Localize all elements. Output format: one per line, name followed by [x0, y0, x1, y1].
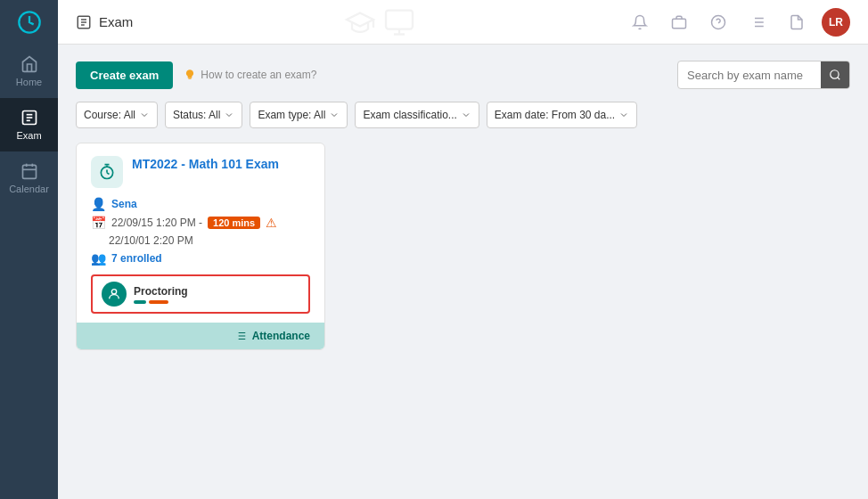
stopwatch-icon: [98, 163, 116, 181]
svg-line-30: [107, 173, 110, 175]
filter-exam-classification[interactable]: Exam classificatio...: [355, 102, 479, 128]
filter-course-label: Course: All: [84, 109, 135, 121]
exam-card-header: MT2022 - Math 101 Exam: [91, 156, 310, 188]
action-left: Create exam How to create an exam?: [76, 61, 316, 89]
sidebar-item-home[interactable]: Home: [0, 45, 58, 98]
filter-exam-type-chevron: [329, 110, 340, 120]
svg-line-27: [838, 78, 840, 80]
search-icon: [829, 69, 841, 81]
filter-status-label: Status: All: [173, 109, 220, 121]
proctoring-row[interactable]: Proctoring: [91, 274, 310, 314]
filter-status-chevron: [224, 110, 234, 120]
proctoring-icon: [102, 282, 127, 307]
proctoring-bars: [134, 300, 188, 304]
topbar-icons: LR: [626, 8, 850, 37]
sidebar-item-exam-label: Exam: [16, 130, 41, 141]
svg-point-33: [111, 290, 116, 294]
exam-instructor-row: 👤 Sena: [91, 197, 310, 211]
topbar-exam-icon: [76, 14, 92, 30]
sidebar-item-home-label: Home: [16, 77, 42, 87]
help-icon[interactable]: [704, 8, 733, 37]
search-submit-button[interactable]: [821, 61, 849, 89]
doc-icon[interactable]: [782, 8, 811, 37]
svg-rect-25: [189, 78, 192, 79]
topbar: Exam: [58, 0, 868, 45]
topbar-left: Exam: [76, 14, 133, 30]
exam-card-title[interactable]: MT2022 - Math 101 Exam: [132, 156, 279, 172]
exam-date-row: 📅 22/09/15 1:20 PM - 120 mins ⚠: [91, 216, 310, 230]
deco-computer-icon: [383, 6, 415, 38]
exam-card-body: MT2022 - Math 101 Exam 👤 Sena 📅 22/09/15…: [77, 143, 324, 323]
list-icon[interactable]: [743, 8, 772, 37]
filter-exam-date-chevron: [618, 110, 629, 120]
action-row: Create exam How to create an exam?: [76, 61, 850, 89]
bulb-icon: [184, 69, 196, 81]
person-icon: 👤: [91, 197, 106, 211]
filter-status[interactable]: Status: All: [165, 102, 242, 128]
filter-exam-type-label: Exam type: All: [258, 109, 325, 121]
filter-exam-type[interactable]: Exam type: All: [250, 102, 348, 128]
svg-rect-13: [386, 10, 413, 29]
svg-rect-5: [22, 165, 36, 178]
exam-instructor: Sena: [111, 198, 137, 210]
create-exam-button[interactable]: Create exam: [76, 61, 173, 89]
exam-card: MT2022 - Math 101 Exam 👤 Sena 📅 22/09/15…: [76, 143, 325, 350]
proctoring-info: Proctoring: [134, 285, 188, 304]
help-link-label: How to create an exam?: [201, 69, 316, 81]
bell-icon[interactable]: [626, 8, 654, 37]
warning-icon: ⚠: [266, 216, 277, 230]
sidebar-item-calendar-label: Calendar: [9, 184, 49, 194]
search-input[interactable]: [678, 69, 821, 82]
attendance-icon: [234, 330, 247, 342]
app-logo[interactable]: [0, 0, 58, 45]
topbar-title: Exam: [99, 14, 133, 29]
calendar-icon: 📅: [91, 216, 106, 230]
exam-enrolled-row: 👥 7 enrolled: [91, 251, 310, 266]
exam-meta: 👤 Sena 📅 22/09/15 1:20 PM - 120 mins ⚠ 2…: [91, 197, 310, 266]
exam-date-end-row: 22/10/01 2:20 PM: [91, 234, 310, 247]
help-link[interactable]: How to create an exam?: [184, 69, 316, 81]
filter-exam-date-label: Exam date: From 30 da...: [495, 109, 615, 121]
sidebar-item-exam[interactable]: Exam: [0, 98, 58, 151]
proctoring-bar-minus: [149, 300, 168, 304]
search-box[interactable]: [677, 61, 850, 89]
filter-exam-classification-label: Exam classificatio...: [363, 109, 456, 121]
briefcase-icon[interactable]: [665, 8, 693, 37]
exam-card-footer-label: Attendance: [252, 330, 310, 342]
exam-date-end: 22/10/01 2:20 PM: [109, 234, 193, 247]
main-area: Exam: [58, 0, 868, 499]
svg-point-26: [831, 70, 839, 78]
svg-rect-16: [673, 19, 686, 29]
sidebar: Home Exam Calendar: [0, 0, 58, 499]
filter-exam-class-chevron: [461, 110, 471, 120]
exam-card-icon: [91, 156, 123, 188]
proctoring-bar-check: [134, 300, 146, 304]
sidebar-item-calendar[interactable]: Calendar: [0, 151, 58, 205]
exam-card-footer[interactable]: Attendance: [77, 323, 324, 349]
proctoring-label: Proctoring: [134, 285, 188, 298]
cards-grid: MT2022 - Math 101 Exam 👤 Sena 📅 22/09/15…: [76, 143, 850, 350]
topbar-deco: [133, 6, 626, 38]
exam-duration-badge: 120 mins: [208, 217, 260, 229]
deco-graduation-icon: [344, 6, 376, 38]
filter-course-chevron: [139, 110, 150, 120]
filter-exam-date[interactable]: Exam date: From 30 da...: [487, 102, 637, 128]
exam-date-start: 22/09/15 1:20 PM -: [111, 217, 202, 229]
proctor-person-icon: [107, 287, 121, 301]
exam-enrolled: 7 enrolled: [111, 252, 162, 265]
avatar[interactable]: LR: [822, 8, 850, 37]
group-icon: 👥: [91, 251, 106, 266]
filter-course[interactable]: Course: All: [76, 102, 158, 128]
content-area: Create exam How to create an exam?: [58, 45, 868, 499]
filter-row: Course: All Status: All Exam type: All E…: [76, 102, 850, 128]
